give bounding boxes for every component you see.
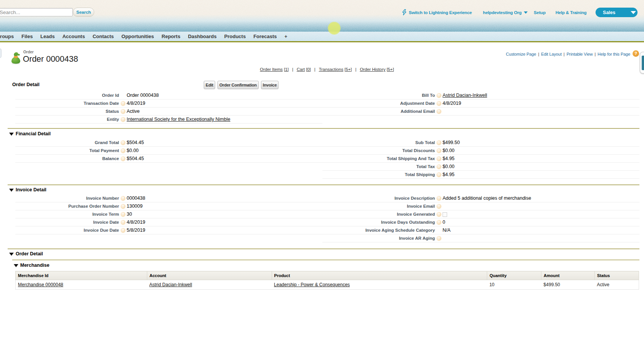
column-header-merchandise-id[interactable]: Merchandise Id: [16, 271, 147, 280]
field-value: $0.00: [442, 148, 454, 153]
field-help-icon[interactable]: ?: [121, 204, 126, 209]
edit-button[interactable]: Edit: [204, 81, 215, 89]
field-value: [442, 212, 447, 217]
collapse-triangle-icon: [14, 264, 18, 267]
app-menu-label: Sales: [603, 10, 615, 15]
edit-layout-link[interactable]: Edit Layout: [541, 52, 562, 56]
order-confirmation-button[interactable]: Order Confirmation: [217, 81, 259, 89]
field-row: Total Payment?$0.00: [15, 147, 322, 155]
quick-link-cart[interactable]: Cart: [297, 67, 305, 72]
invoice-detail-heading-label: Invoice Detail: [16, 187, 47, 192]
help-orb-slot: ?: [435, 101, 442, 106]
help-orb-slot: ?: [435, 140, 442, 145]
collapse-triangle-icon: [9, 133, 14, 136]
page-help-icon[interactable]: ?: [633, 50, 639, 57]
field-value-link[interactable]: Astrid Dacian-Inkwell: [443, 93, 487, 98]
printable-view-link[interactable]: Printable View: [567, 52, 593, 56]
help-orb-slot: ?: [435, 109, 442, 114]
search-button[interactable]: Search: [73, 8, 94, 17]
field-help-icon[interactable]: ?: [436, 93, 441, 98]
field-label: Total Shipping And Tax: [322, 156, 435, 161]
field-help-icon[interactable]: ?: [436, 172, 441, 177]
top-header: Search Switch to Lightning Experience he…: [0, 0, 644, 42]
tab-accounts[interactable]: Accounts: [62, 34, 85, 39]
help-orb-slot: ?: [119, 196, 126, 201]
field-value: 130009: [126, 204, 143, 209]
field-label: Total Tax: [322, 164, 435, 169]
app-menu-button[interactable]: Sales: [596, 8, 638, 17]
separator: |: [564, 52, 565, 56]
invoice-detail-heading[interactable]: Invoice Detail: [9, 187, 47, 192]
field-row: Total Tax?$0.00: [322, 163, 639, 171]
tab-add[interactable]: +: [285, 34, 288, 39]
related-order-detail-heading[interactable]: Order Detail: [9, 251, 43, 256]
field-help-icon[interactable]: ?: [436, 196, 441, 201]
field-value: 4/8/2019: [126, 101, 145, 106]
related-quick-links: Order Items [1]|Cart [0]|Transactions [5…: [5, 67, 644, 72]
field-help-icon[interactable]: ?: [436, 140, 441, 145]
quick-link-order-history[interactable]: Order History: [360, 67, 385, 72]
field-help-icon[interactable]: ?: [436, 204, 441, 209]
tab-dashboards[interactable]: Dashboards: [188, 34, 217, 39]
help-orb-slot: ?: [435, 236, 442, 241]
field-help-icon[interactable]: ?: [121, 228, 126, 233]
field-help-icon[interactable]: ?: [121, 140, 126, 145]
column-header-amount[interactable]: Amount: [541, 271, 595, 280]
tab-products[interactable]: Products: [224, 34, 246, 39]
tab-files[interactable]: Files: [21, 34, 33, 39]
column-header-account[interactable]: Account: [147, 271, 272, 280]
help-training-link[interactable]: Help & Training: [555, 10, 586, 15]
tab-reports[interactable]: Reports: [162, 34, 180, 39]
field-help-icon[interactable]: ?: [436, 101, 441, 106]
financial-detail-heading[interactable]: Financial Detail: [9, 131, 51, 136]
column-header-product[interactable]: Product: [272, 271, 487, 280]
field-help-icon[interactable]: ?: [121, 101, 126, 106]
field-help-icon[interactable]: ?: [121, 156, 126, 161]
search-input[interactable]: [0, 8, 73, 16]
invoice-button[interactable]: Invoice: [261, 81, 279, 89]
tab-forecasts[interactable]: Forecasts: [253, 34, 277, 39]
field-help-icon[interactable]: ?: [436, 164, 441, 169]
field-help-icon[interactable]: ?: [121, 212, 126, 217]
field-help-icon[interactable]: ?: [436, 148, 441, 153]
table-cell: Leadership - Power & Consequences: [272, 280, 487, 290]
field-value: 0000438: [126, 196, 145, 201]
field-help-icon[interactable]: ?: [436, 220, 441, 225]
field-help-icon[interactable]: ?: [436, 109, 441, 114]
tab-groups[interactable]: Groups: [0, 34, 14, 39]
field-help-icon[interactable]: ?: [121, 220, 126, 225]
field-help-icon[interactable]: ?: [121, 148, 126, 153]
field-help-icon[interactable]: ?: [121, 117, 126, 122]
tab-leads[interactable]: Leads: [40, 34, 55, 39]
app-menu-caret-icon: [631, 11, 636, 14]
separator: |: [314, 67, 316, 72]
table-cell-link[interactable]: Leadership - Power & Consequences: [274, 282, 350, 287]
customize-page-link[interactable]: Customize Page: [506, 52, 536, 56]
tab-opportunities[interactable]: Opportunities: [121, 34, 154, 39]
table-cell: Active: [595, 280, 639, 290]
org-menu-caret-icon[interactable]: [524, 11, 528, 14]
quick-link-order-items[interactable]: Order Items: [260, 67, 283, 72]
field-row: Additional Email?: [322, 107, 639, 115]
field-help-icon[interactable]: ?: [121, 196, 126, 201]
merchandise-heading[interactable]: Merchandise: [14, 263, 49, 268]
field-value-link[interactable]: International Society for the Exceptiona…: [127, 117, 230, 122]
field-help-icon[interactable]: ?: [436, 156, 441, 161]
table-cell-link[interactable]: Astrid Dacian-Inkwell: [149, 282, 192, 287]
field-help-icon[interactable]: ?: [121, 109, 126, 114]
detail-buttons: EditOrder ConfirmationInvoice: [204, 81, 279, 89]
column-header-quantity[interactable]: Quantity: [487, 271, 541, 280]
column-header-status[interactable]: Status: [595, 271, 639, 280]
table-cell-link[interactable]: Merchandise 0000048: [18, 282, 63, 287]
setup-link[interactable]: Setup: [534, 10, 546, 15]
quick-link-transactions[interactable]: Transactions: [319, 67, 343, 72]
financial-right-column: Sub Total?$499.50Total Discounts?$0.00To…: [322, 139, 639, 179]
sidebar-collapse-handle[interactable]: [0, 48, 2, 58]
field-help-icon[interactable]: ?: [436, 236, 441, 241]
org-menu[interactable]: helpdevtesting Org: [483, 10, 522, 15]
help-for-this-page-link[interactable]: Help for this Page: [597, 52, 630, 56]
tab-contacts[interactable]: Contacts: [93, 34, 114, 39]
switch-to-lightning-link[interactable]: Switch to Lightning Experience: [409, 10, 472, 15]
main-tab-bar: GroupsFilesLeadsAccountsContactsOpportun…: [0, 32, 295, 41]
field-help-icon[interactable]: ?: [436, 212, 441, 217]
